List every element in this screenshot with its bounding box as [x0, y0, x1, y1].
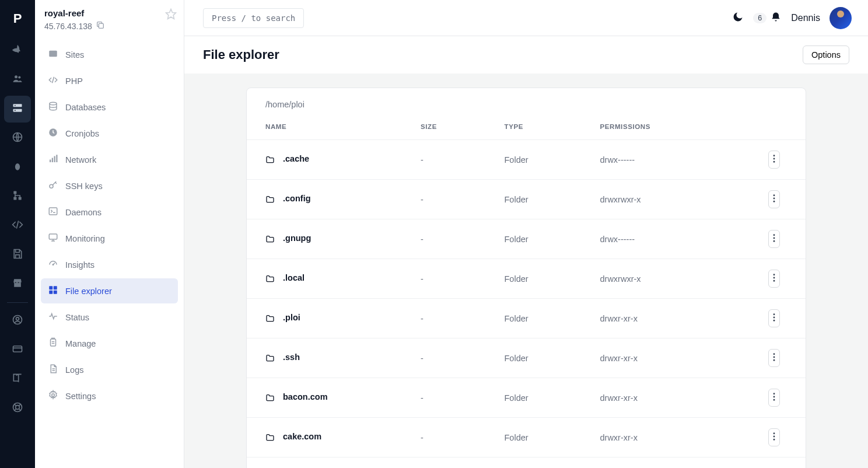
sidebar-item-databases[interactable]: Databases — [41, 95, 178, 120]
dots-vertical-icon — [773, 234, 775, 244]
sidebar-item-insights[interactable]: Insights — [41, 252, 178, 277]
rocket-icon — [12, 44, 23, 58]
svg-rect-13 — [13, 346, 22, 352]
file-type: Folder — [486, 457, 582, 469]
row-actions-button[interactable] — [768, 190, 780, 208]
table-row[interactable]: .cache-Folderdrwx------ — [247, 140, 806, 180]
sidebar-item-logs[interactable]: Logs — [41, 357, 178, 382]
svg-rect-10 — [13, 197, 16, 200]
file-name-text: .ploi — [283, 313, 300, 322]
dots-vertical-icon — [773, 353, 775, 363]
file-type: Folder — [486, 418, 582, 457]
rail-item-help[interactable] — [4, 395, 31, 422]
notifications[interactable]: 6 — [753, 11, 782, 25]
avatar[interactable] — [830, 7, 852, 29]
page-header: File explorer Options — [184, 36, 868, 74]
svg-rect-2 — [13, 104, 22, 107]
row-actions-button[interactable] — [768, 389, 780, 407]
file-size: - — [402, 457, 485, 469]
sidebar-item-php[interactable]: PHP — [41, 68, 178, 93]
row-actions-button[interactable] — [768, 270, 780, 288]
dots-vertical-icon — [773, 194, 775, 204]
moon-icon — [732, 15, 744, 25]
rail-item-store[interactable] — [4, 271, 31, 298]
row-actions-button[interactable] — [768, 230, 780, 248]
table-row[interactable]: .ssh-Folderdrwxr-xr-x — [247, 338, 806, 378]
sidebar-nav: Sites PHP Databases Cronjobs Network SSH… — [35, 39, 184, 412]
sidebar-item-settings[interactable]: Settings — [41, 383, 178, 408]
table-row[interactable]: bacon.com-Folderdrwxr-xr-x — [247, 378, 806, 418]
col-type: TYPE — [486, 113, 582, 140]
table-row[interactable]: cakes.com-Folderdrwxr-xr-x — [247, 457, 806, 469]
svg-point-4 — [15, 105, 16, 106]
sidebar: royal-reef 45.76.43.138 Sites PHP Databa… — [35, 0, 184, 468]
file-permissions: drwx------ — [581, 140, 718, 180]
svg-point-48 — [774, 313, 775, 315]
sidebar-item-manage[interactable]: Manage — [41, 331, 178, 356]
file-size: - — [402, 338, 485, 378]
rail-item-save[interactable] — [4, 242, 31, 268]
sidebar-item-ssh-keys[interactable]: SSH keys — [41, 173, 178, 198]
rail-item-billing[interactable] — [4, 337, 31, 364]
sidebar-item-label: Status — [65, 313, 89, 322]
star-icon[interactable] — [165, 8, 177, 22]
table-row[interactable]: .local-Folderdrwxrwxr-x — [247, 259, 806, 299]
user-circle-icon — [12, 314, 23, 328]
table-row[interactable]: .ploi-Folderdrwxr-xr-x — [247, 299, 806, 338]
rail-item-code[interactable] — [4, 212, 31, 239]
page-title: File explorer — [203, 47, 279, 62]
file-name-text: .local — [283, 273, 304, 282]
copy-icon[interactable] — [96, 20, 105, 32]
sidebar-item-file-explorer[interactable]: File explorer — [41, 278, 178, 303]
svg-point-44 — [774, 240, 775, 242]
sidebar-item-daemons[interactable]: Daemons — [41, 200, 178, 225]
globe-icon — [12, 131, 23, 145]
svg-point-35 — [52, 394, 55, 397]
clock-icon — [48, 127, 58, 139]
gauge-icon — [48, 259, 58, 271]
row-actions-button[interactable] — [768, 428, 780, 446]
code-icon — [12, 219, 23, 233]
rail-item-docs[interactable] — [4, 366, 31, 393]
file-permissions: drwx------ — [581, 219, 718, 259]
sidebar-item-monitoring[interactable]: Monitoring — [41, 226, 178, 251]
svg-rect-9 — [19, 197, 22, 200]
gear-icon — [48, 390, 58, 402]
sidebar-item-cronjobs[interactable]: Cronjobs — [41, 121, 178, 146]
options-button[interactable]: Options — [803, 46, 849, 64]
row-actions-button[interactable] — [768, 151, 780, 169]
row-actions-button[interactable] — [768, 349, 780, 367]
rail-item-account[interactable] — [4, 308, 31, 334]
svg-point-46 — [774, 277, 775, 279]
rail-item-rocket[interactable] — [4, 37, 31, 64]
file-type: Folder — [486, 378, 582, 418]
theme-toggle[interactable] — [732, 11, 744, 25]
file-name: .gnupg — [247, 219, 402, 259]
svg-point-40 — [774, 198, 775, 200]
rail-item-bug[interactable] — [4, 154, 31, 181]
sidebar-item-label: File explorer — [65, 287, 112, 296]
search-hint[interactable]: Press / to search — [203, 8, 304, 28]
table-row[interactable]: cake.com-Folderdrwxr-xr-x — [247, 418, 806, 457]
sidebar-item-status[interactable]: Status — [41, 305, 178, 330]
sidebar-item-sites[interactable]: Sites — [41, 42, 178, 67]
bug-icon — [12, 160, 23, 174]
row-actions-button[interactable] — [768, 309, 780, 327]
file-type: Folder — [486, 180, 582, 219]
rail-item-network[interactable] — [4, 183, 31, 210]
logo[interactable]: P — [0, 11, 35, 27]
username[interactable]: Dennis — [791, 13, 820, 23]
rail-item-globe[interactable] — [4, 125, 31, 152]
rail-item-server[interactable] — [4, 96, 31, 123]
svg-rect-31 — [54, 286, 57, 289]
svg-point-51 — [774, 353, 775, 355]
svg-point-53 — [774, 359, 775, 361]
rail-item-users[interactable] — [4, 67, 31, 93]
table-row[interactable]: .gnupg-Folderdrwx------ — [247, 219, 806, 259]
table-row[interactable]: .config-Folderdrwxrwxr-x — [247, 180, 806, 219]
file-permissions: drwxr-xr-x — [581, 457, 718, 469]
svg-point-59 — [774, 439, 775, 441]
dots-vertical-icon — [773, 155, 775, 165]
sidebar-item-network[interactable]: Network — [41, 147, 178, 172]
sidebar-item-label: Logs — [65, 365, 83, 375]
